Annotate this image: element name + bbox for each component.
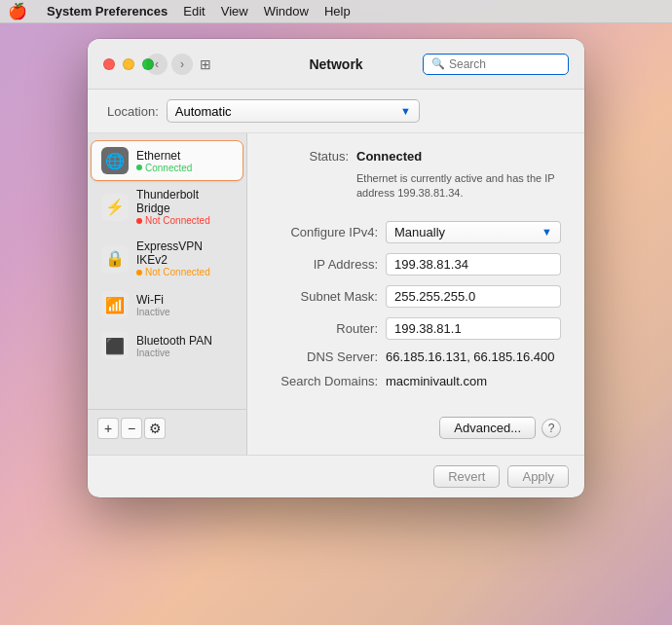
status-field-label: Status: xyxy=(271,149,349,164)
ethernet-icon: 🌐 xyxy=(101,147,129,174)
help-button[interactable]: ? xyxy=(541,419,561,438)
sidebar-item-wifi[interactable]: 📶 Wi-Fi Inactive xyxy=(92,285,243,324)
back-button[interactable]: ‹ xyxy=(146,54,168,75)
configure-arrow-icon: ▼ xyxy=(541,226,552,238)
bottom-bar: Revert Apply xyxy=(88,455,584,497)
menubar-help[interactable]: Help xyxy=(324,4,351,18)
window-title: Network xyxy=(309,56,362,72)
close-button[interactable] xyxy=(103,58,115,70)
thunderbolt-name: Thunderbolt Bridge xyxy=(136,188,233,215)
bluetooth-icon: ⬛ xyxy=(101,332,129,359)
sidebar: 🌐 Ethernet Connected ⚡ Thunderbolt Bridg… xyxy=(88,133,247,455)
status-dot-red xyxy=(136,218,142,224)
search-input[interactable] xyxy=(449,57,560,71)
gear-button[interactable]: ⚙ xyxy=(144,418,166,439)
thunderbolt-text: Thunderbolt Bridge Not Connected xyxy=(136,188,233,226)
subnet-row: Subnet Mask: 255.255.255.0 xyxy=(271,285,561,308)
subnet-label: Subnet Mask: xyxy=(271,289,378,304)
remove-network-button[interactable]: − xyxy=(121,418,142,439)
sidebar-item-vpn[interactable]: 🔒 ExpressVPN IKEv2 Not Connected xyxy=(92,234,243,283)
bluetooth-status: Inactive xyxy=(136,348,212,358)
dns-label: DNS Server: xyxy=(271,349,378,364)
sidebar-item-bluetooth[interactable]: ⬛ Bluetooth PAN Inactive xyxy=(92,326,243,365)
status-description: Ethernet is currently active and has the… xyxy=(356,171,561,202)
menubar-window[interactable]: Window xyxy=(264,4,309,18)
apply-button[interactable]: Apply xyxy=(507,465,569,488)
configure-label: Configure IPv4: xyxy=(271,225,378,239)
wifi-name: Wi-Fi xyxy=(136,293,169,307)
nav-buttons: ‹ › xyxy=(146,54,193,75)
search-bar[interactable]: 🔍 xyxy=(423,54,569,75)
status-row: Status: Connected xyxy=(271,149,561,164)
bluetooth-name: Bluetooth PAN xyxy=(136,334,212,348)
location-arrow-icon: ▼ xyxy=(400,105,411,117)
ethernet-name: Ethernet xyxy=(136,149,192,163)
menubar-view[interactable]: View xyxy=(221,4,248,18)
bluetooth-text: Bluetooth PAN Inactive xyxy=(136,334,212,358)
main-area: 🌐 Ethernet Connected ⚡ Thunderbolt Bridg… xyxy=(88,133,584,455)
location-bar: Location: Automatic ▼ xyxy=(88,90,584,133)
wifi-text: Wi-Fi Inactive xyxy=(136,293,169,317)
router-row: Router: 199.38.81.1 xyxy=(271,317,561,340)
menubar-system-preferences[interactable]: System Preferences xyxy=(47,4,168,18)
forward-button[interactable]: › xyxy=(171,54,193,75)
menubar: 🍎 System Preferences Edit View Window He… xyxy=(0,0,672,23)
sidebar-item-thunderbolt[interactable]: ⚡ Thunderbolt Bridge Not Connected xyxy=(92,182,243,232)
router-value: 199.38.81.1 xyxy=(386,317,561,340)
dns-row: DNS Server: 66.185.16.131, 66.185.16.400 xyxy=(271,349,561,364)
configure-row: Configure IPv4: Manually ▼ xyxy=(271,221,561,243)
sidebar-item-ethernet[interactable]: 🌐 Ethernet Connected xyxy=(92,141,243,180)
wifi-icon: 📶 xyxy=(101,291,129,318)
dns-value: 66.185.16.131, 66.185.16.400 xyxy=(386,349,555,364)
ip-value: 199.38.81.34 xyxy=(386,253,561,276)
vpn-name: ExpressVPN IKEv2 xyxy=(136,239,233,267)
ip-address-row: IP Address: 199.38.81.34 xyxy=(271,253,561,276)
status-dot-green xyxy=(136,165,142,170)
ethernet-status: Connected xyxy=(136,163,192,173)
search-domain-row: Search Domains: macminivault.com xyxy=(271,374,561,388)
configure-value: Manually xyxy=(394,225,445,239)
grid-view-button[interactable]: ⊞ xyxy=(195,54,216,75)
network-window: ‹ › ⊞ Network 🔍 Location: Automatic ▼ 🌐 … xyxy=(88,39,584,497)
detail-panel: Status: Connected Ethernet is currently … xyxy=(247,133,584,455)
location-label: Location: xyxy=(107,104,159,119)
location-select[interactable]: Automatic ▼ xyxy=(167,99,420,123)
configure-select[interactable]: Manually ▼ xyxy=(386,221,561,243)
vpn-status: Not Connected xyxy=(136,267,233,277)
status-dot-orange xyxy=(136,270,142,276)
search-icon: 🔍 xyxy=(431,57,445,70)
menubar-edit[interactable]: Edit xyxy=(183,4,205,18)
status-field-value: Connected xyxy=(356,149,422,164)
revert-button[interactable]: Revert xyxy=(433,465,500,488)
apple-menu[interactable]: 🍎 xyxy=(8,2,27,20)
wifi-status: Inactive xyxy=(136,307,169,317)
thunderbolt-icon: ⚡ xyxy=(101,194,129,221)
search-domain-label: Search Domains: xyxy=(271,374,378,388)
router-label: Router: xyxy=(271,321,378,336)
ip-label: IP Address: xyxy=(271,257,378,272)
minimize-button[interactable] xyxy=(123,58,134,70)
thunderbolt-status: Not Connected xyxy=(136,215,233,226)
sidebar-controls: + − ⚙ xyxy=(88,409,246,447)
add-network-button[interactable]: + xyxy=(97,418,119,439)
vpn-icon: 🔒 xyxy=(101,245,129,273)
ethernet-text: Ethernet Connected xyxy=(136,149,192,173)
subnet-value: 255.255.255.0 xyxy=(386,285,561,308)
advanced-button[interactable]: Advanced... xyxy=(439,417,536,439)
titlebar: ‹ › ⊞ Network 🔍 xyxy=(88,39,584,90)
location-value: Automatic xyxy=(175,104,232,119)
vpn-text: ExpressVPN IKEv2 Not Connected xyxy=(136,239,233,277)
search-domain-value: macminivault.com xyxy=(386,374,487,388)
